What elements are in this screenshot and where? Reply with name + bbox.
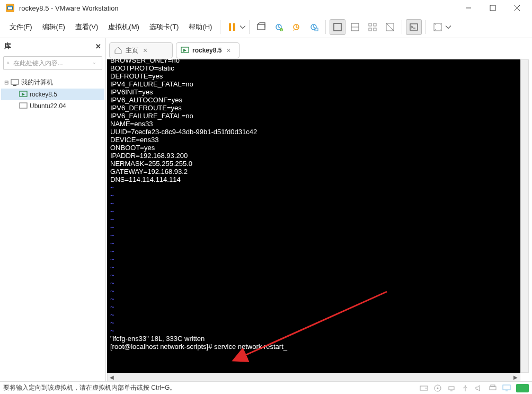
- svg-rect-9: [258, 24, 265, 30]
- tab-rockey[interactable]: rockey8.5 ×: [176, 42, 240, 58]
- terminal-tilde: ~: [110, 191, 517, 199]
- tab-close-icon[interactable]: ×: [141, 47, 149, 54]
- svg-rect-18: [369, 23, 371, 26]
- vertical-scrollbar[interactable]: [520, 59, 529, 373]
- terminal-tilde: ~: [110, 207, 517, 215]
- status-usb-icon[interactable]: [461, 384, 469, 392]
- sidebar-close-icon[interactable]: ✕: [95, 42, 101, 50]
- view-multi-button[interactable]: [347, 19, 363, 35]
- terminal-tilde: ~: [110, 287, 517, 295]
- scroll-right-icon[interactable]: ▶: [511, 373, 520, 381]
- search-icon: [7, 59, 10, 67]
- terminal-tilde: ~: [110, 199, 517, 207]
- tree-item-rockey[interactable]: rockey8.5: [1, 89, 104, 100]
- maximize-button[interactable]: [481, 1, 504, 15]
- svg-rect-24: [410, 24, 418, 30]
- svg-rect-43: [491, 385, 495, 387]
- horizontal-scrollbar[interactable]: ◀ ▶: [107, 373, 520, 381]
- manage-snapshot-button[interactable]: [306, 19, 322, 35]
- terminal-line: NERMASK=255.255.255.0: [110, 160, 517, 168]
- pause-dropdown[interactable]: [240, 19, 245, 35]
- status-harddisk-icon[interactable]: [420, 384, 428, 392]
- svg-rect-21: [374, 28, 376, 31]
- computer-icon: [11, 78, 19, 87]
- terminal-line: IPV6_FAILURE_FATAL=no: [110, 112, 517, 120]
- status-sound-icon[interactable]: [475, 384, 483, 392]
- send-ctrl-alt-del-button[interactable]: [253, 19, 269, 35]
- svg-point-27: [7, 62, 9, 64]
- menu-edit[interactable]: 编辑(E): [38, 20, 69, 34]
- svg-point-39: [437, 387, 439, 389]
- svg-rect-7: [229, 23, 231, 31]
- tab-close-icon[interactable]: ×: [225, 47, 232, 54]
- fullscreen-dropdown[interactable]: [446, 19, 451, 35]
- vm-running-icon: [19, 90, 28, 99]
- terminal-line: DNS=114.114.114.114: [110, 176, 517, 183]
- app-icon: [5, 3, 15, 13]
- terminal-tilde: ~: [110, 223, 517, 231]
- view-thumbnails-button[interactable]: [365, 19, 380, 35]
- terminal-prompt-line: [root@localhost network-scripts]# servic…: [110, 343, 517, 351]
- tree-item-label: Ubuntu22.04: [30, 102, 66, 110]
- menu-vm[interactable]: 虚拟机(M): [104, 20, 144, 34]
- tree-root-my-computer[interactable]: ⊟ 我的计算机: [1, 76, 104, 89]
- close-button[interactable]: [506, 1, 529, 15]
- search-input[interactable]: [13, 59, 93, 67]
- terminal-tilde: ~: [110, 263, 517, 271]
- terminal-line: IPV6INIT=yes: [110, 88, 517, 96]
- minimize-button[interactable]: [457, 1, 480, 15]
- svg-rect-33: [20, 103, 27, 108]
- terminal-tilde: ~: [110, 271, 517, 279]
- svg-rect-42: [490, 387, 496, 390]
- svg-rect-44: [503, 385, 510, 390]
- tab-label: 主页: [126, 46, 138, 55]
- tree-item-ubuntu[interactable]: Ubuntu22.04: [1, 100, 104, 112]
- scroll-left-icon[interactable]: ◀: [108, 373, 116, 381]
- terminal-tilde: ~: [110, 279, 517, 287]
- svg-rect-8: [233, 23, 235, 31]
- status-printer-icon[interactable]: [489, 384, 497, 392]
- svg-marker-32: [22, 93, 25, 96]
- menu-help[interactable]: 帮助(H): [184, 20, 216, 34]
- terminal-tilde: ~: [110, 295, 517, 303]
- vm-running-icon: [181, 46, 189, 55]
- terminal-tilde: ~: [110, 183, 517, 191]
- chevron-down-icon[interactable]: [93, 59, 96, 67]
- status-cd-icon[interactable]: [433, 384, 442, 392]
- sidebar-title: 库: [4, 41, 11, 51]
- terminal-line: GATEWAY=192.168.93.2: [110, 168, 517, 176]
- terminal-line: IPV6_AUTOCONF=yes: [110, 96, 517, 104]
- view-unity-button[interactable]: [382, 19, 398, 35]
- pause-button[interactable]: [224, 19, 240, 35]
- status-display-icon[interactable]: [502, 384, 511, 392]
- snapshot-button[interactable]: [271, 19, 287, 35]
- vm-poweroff-icon: [19, 102, 28, 110]
- console-button[interactable]: [406, 19, 422, 35]
- terminal[interactable]: BROWSER_ONLY=no BOOTPROTO=static DEFROUT…: [107, 59, 520, 373]
- terminal-tilde: ~: [110, 231, 517, 239]
- terminal-tilde: ~: [110, 319, 517, 327]
- tab-home[interactable]: 主页 ×: [109, 42, 173, 58]
- status-indicator[interactable]: [516, 384, 529, 392]
- tree-root-label: 我的计算机: [21, 78, 53, 87]
- terminal-status-line: "ifcfg-ens33" 18L, 333C written: [110, 335, 517, 343]
- terminal-tilde: ~: [110, 327, 517, 335]
- revert-snapshot-button[interactable]: [288, 19, 304, 35]
- view-single-button[interactable]: [330, 19, 345, 35]
- menu-file[interactable]: 文件(F): [5, 20, 37, 34]
- svg-rect-29: [11, 80, 19, 84]
- svg-point-37: [425, 388, 427, 389]
- terminal-line: NAME=ens33: [110, 120, 517, 128]
- menu-view[interactable]: 查看(V): [71, 20, 102, 34]
- svg-rect-30: [13, 85, 16, 86]
- sidebar-search[interactable]: [3, 56, 102, 70]
- menu-tabs[interactable]: 选项卡(T): [145, 20, 183, 34]
- terminal-line: BROWSER_ONLY=no: [110, 59, 517, 64]
- home-icon: [114, 46, 122, 55]
- terminal-tilde: ~: [110, 239, 517, 247]
- tree-toggle-icon[interactable]: ⊟: [3, 80, 10, 86]
- fullscreen-button[interactable]: [430, 19, 446, 35]
- status-network-icon[interactable]: [447, 384, 456, 392]
- terminal-line: IPV4_FAILURE_FATAL=no: [110, 80, 517, 88]
- terminal-tilde: ~: [110, 255, 517, 263]
